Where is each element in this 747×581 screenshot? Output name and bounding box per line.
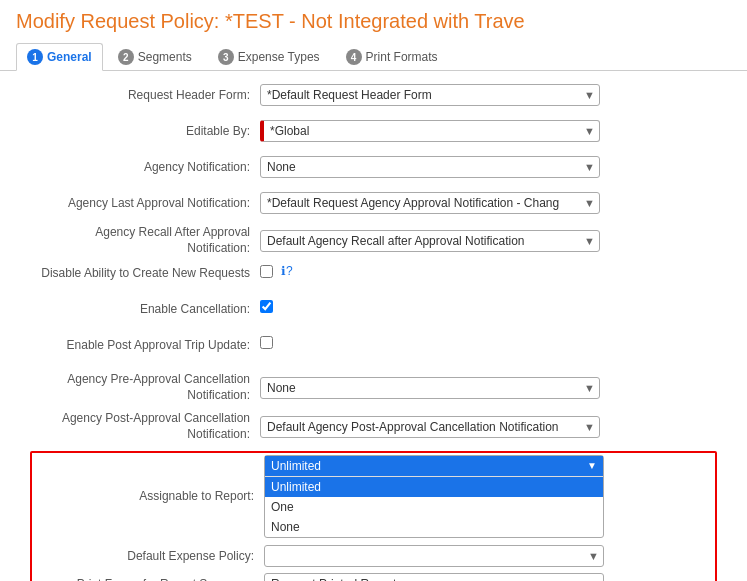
agency-last-approval-select[interactable]: *Default Request Agency Approval Notific… [260,192,600,214]
agency-post-approval-control: Default Agency Post-Approval Cancellatio… [260,416,600,438]
help-icon-disable[interactable]: ℹ? [279,264,293,278]
page-title: Modify Request Policy: *TEST - Not Integ… [0,0,747,39]
tab-label-general: General [47,50,92,64]
agency-recall-control: Default Agency Recall after Approval Not… [260,230,600,252]
tab-expense-types[interactable]: 3 Expense Types [207,43,331,70]
agency-pre-approval-select-wrapper: None ▼ [260,377,600,399]
assignable-dropdown: Unlimited ▼ Unlimited One None [264,455,604,538]
disable-new-requests-label: Disable Ability to Create New Requests [30,264,260,280]
request-header-form-select[interactable]: *Default Request Header Form [260,84,600,106]
editable-by-select-wrapper: *Global ▼ [260,120,600,142]
editable-by-control: *Global ▼ [260,120,600,142]
assignable-chevron-icon: ▼ [587,460,597,471]
editable-by-row: Editable By: *Global ▼ [30,117,717,145]
tabs-bar: 1 General 2 Segments 3 Expense Types 4 P… [0,39,747,71]
enable-cancellation-label: Enable Cancellation: [30,300,260,316]
assignable-option-one[interactable]: One [265,497,603,517]
agency-last-approval-row: Agency Last Approval Notification: *Defa… [30,189,717,217]
editable-by-label: Editable By: [30,124,260,138]
assignable-select-box: Unlimited ▼ Unlimited One None [264,455,604,538]
agency-last-approval-select-wrapper: *Default Request Agency Approval Notific… [260,192,600,214]
agency-post-approval-select[interactable]: Default Agency Post-Approval Cancellatio… [260,416,600,438]
agency-pre-approval-select[interactable]: None [260,377,600,399]
disable-new-requests-control: ℹ? [260,264,293,278]
print-format-row: Print Forma for Report Summary: Request … [34,570,713,581]
tab-label-expense-types: Expense Types [238,50,320,64]
request-header-form-select-wrapper: *Default Request Header Form ▼ [260,84,600,106]
print-format-select[interactable]: Request Printed Report [264,573,604,581]
tab-num-2: 2 [118,49,134,65]
agency-recall-select[interactable]: Default Agency Recall after Approval Not… [260,230,600,252]
disable-new-requests-row: Disable Ability to Create New Requests ℹ… [30,264,717,292]
title-prefix: Modify Request Policy: [16,10,225,32]
default-expense-label: Default Expense Policy: [34,549,264,563]
enable-cancellation-control [260,300,273,313]
agency-post-approval-select-wrapper: Default Agency Post-Approval Cancellatio… [260,416,600,438]
agency-recall-select-wrapper: Default Agency Recall after Approval Not… [260,230,600,252]
agency-post-approval-row: Agency Post-Approval Cancellation Notifi… [30,411,717,442]
tab-segments[interactable]: 2 Segments [107,43,203,70]
assignable-option-none[interactable]: None [265,517,603,537]
default-expense-select-wrapper: ▼ [264,545,604,567]
assignable-label: Assignable to Report: [34,489,264,503]
agency-pre-approval-row: Agency Pre-Approval Cancellation Notific… [30,372,717,403]
default-expense-control: ▼ [264,545,604,567]
tab-num-3: 3 [218,49,234,65]
agency-notification-row: Agency Notification: None ▼ [30,153,717,181]
enable-post-approval-row: Enable Post Approval Trip Update: [30,336,717,364]
print-format-select-wrapper: Request Printed Report ▼ [264,573,604,581]
agency-notification-select[interactable]: None [260,156,600,178]
agency-post-approval-label: Agency Post-Approval Cancellation Notifi… [30,411,260,442]
assignable-row: Assignable to Report: Unlimited ▼ Unlimi… [34,455,713,538]
agency-pre-approval-control: None ▼ [260,377,600,399]
enable-cancellation-checkbox[interactable] [260,300,273,313]
enable-post-approval-control [260,336,273,349]
tab-general[interactable]: 1 General [16,43,103,71]
tab-label-segments: Segments [138,50,192,64]
agency-pre-approval-label: Agency Pre-Approval Cancellation Notific… [30,372,260,403]
enable-post-approval-label: Enable Post Approval Trip Update: [30,336,260,352]
tab-num-4: 4 [346,49,362,65]
assignable-value-text: Unlimited [271,459,321,473]
agency-notification-select-wrapper: None ▼ [260,156,600,178]
agency-last-approval-control: *Default Request Agency Approval Notific… [260,192,600,214]
print-format-control: Request Printed Report ▼ [264,573,604,581]
form-area: Request Header Form: *Default Request He… [0,71,747,581]
assignable-options-list: Unlimited One None [265,476,603,537]
assignable-selected-value[interactable]: Unlimited ▼ [265,456,603,476]
tab-print-formats[interactable]: 4 Print Formats [335,43,449,70]
assignable-highlight-box: Assignable to Report: Unlimited ▼ Unlimi… [30,451,717,581]
assignable-option-unlimited[interactable]: Unlimited [265,477,603,497]
request-header-form-control: *Default Request Header Form ▼ [260,84,600,106]
assignable-control: Unlimited ▼ Unlimited One None [264,455,604,538]
editable-by-select[interactable]: *Global [260,120,600,142]
agency-last-approval-label: Agency Last Approval Notification: [30,196,260,210]
tab-num-1: 1 [27,49,43,65]
agency-notification-control: None ▼ [260,156,600,178]
request-header-form-label: Request Header Form: [30,88,260,102]
request-header-form-row: Request Header Form: *Default Request He… [30,81,717,109]
enable-cancellation-row: Enable Cancellation: [30,300,717,328]
tab-label-print-formats: Print Formats [366,50,438,64]
default-expense-select[interactable] [264,545,604,567]
disable-new-requests-checkbox[interactable] [260,265,273,278]
agency-notification-label: Agency Notification: [30,160,260,174]
default-expense-row: Default Expense Policy: ▼ [34,542,713,570]
title-suffix: *TEST - Not Integrated with Trave [225,10,525,32]
agency-recall-label: Agency Recall After Approval Notificatio… [30,225,260,256]
agency-recall-row: Agency Recall After Approval Notificatio… [30,225,717,256]
print-format-label: Print Forma for Report Summary: [34,577,264,581]
enable-post-approval-checkbox[interactable] [260,336,273,349]
